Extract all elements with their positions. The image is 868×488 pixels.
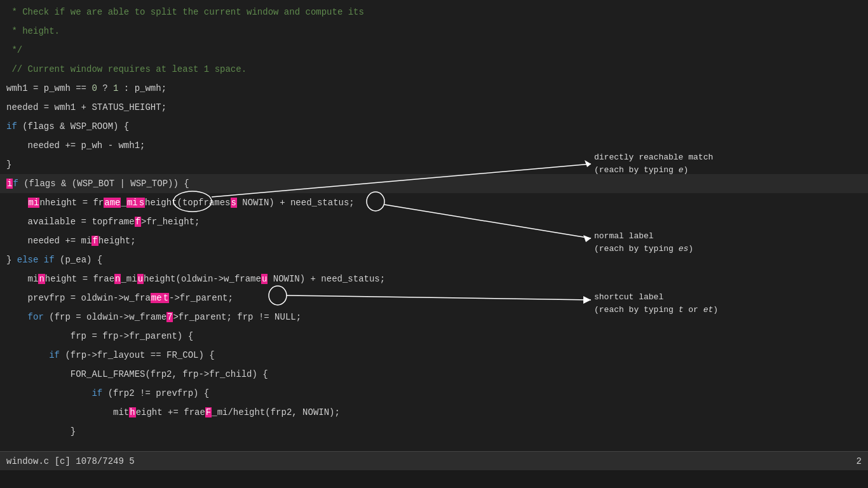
code-editor: * Check if we are able to split the curr… bbox=[0, 0, 868, 451]
code-line-14: } else if (p_ea) { bbox=[0, 250, 868, 269]
code-line-2: * height. bbox=[0, 22, 868, 41]
code-line-21: if (frp2 != prevfrp) { bbox=[0, 384, 868, 403]
code-line-12: available = topframef>fr_height; bbox=[0, 212, 868, 231]
code-line-15: minheight = fraen_miuheight(oldwin->w_fr… bbox=[0, 269, 868, 288]
code-line-13: needed += mifheight; bbox=[0, 231, 868, 250]
code-line-1: * Check if we are able to split the curr… bbox=[0, 3, 868, 22]
code-line-18: frp = frp->fr_parent) { bbox=[0, 327, 868, 346]
code-line-5: wmh1 = p_wmh == 0 ? 1 : p_wmh; bbox=[0, 79, 868, 98]
code-line-17: for (frp = oldwin->w_frame7>fr_parent; f… bbox=[0, 308, 868, 327]
status-modified bbox=[49, 456, 54, 466]
code-line-9: } bbox=[0, 155, 868, 174]
status-col-sep bbox=[124, 456, 129, 466]
status-line-col: 1078/7249 bbox=[76, 456, 124, 466]
code-line-11: minheight = frame_misheight(topframess N… bbox=[0, 193, 868, 212]
code-line-10: if (flags & (WSP_BOT | WSP_TOP)) { bbox=[0, 174, 868, 193]
annotation-directly-reachable: directly reachable match (reach by typin… bbox=[594, 151, 713, 176]
code-line-19: if (frp->fr_layout == FR_COL) { bbox=[0, 346, 868, 365]
status-right-num: 2 bbox=[857, 456, 862, 466]
status-modified-flag: [c] bbox=[55, 456, 71, 466]
status-position bbox=[71, 456, 76, 466]
code-line-8: needed += p_wh - wmh1; bbox=[0, 136, 868, 155]
annotation-shortcut-label: shortcut label (reach by typing t or et) bbox=[594, 291, 718, 316]
status-bar: window.c [c] 1078/7249 5 2 bbox=[0, 451, 868, 470]
code-line-20: FOR_ALL_FRAMES(frp2, frp->fr_child) { bbox=[0, 365, 868, 384]
code-line-6: needed = wmh1 + STATUS_HEIGHT; bbox=[0, 98, 868, 117]
bottom-bar bbox=[0, 470, 868, 488]
code-line-3: */ bbox=[0, 41, 868, 60]
code-line-7: if (flags & WSP_ROOM) { bbox=[0, 117, 868, 136]
code-line-22: mitheight += fraeF_mi/height(frp2, NOWIN… bbox=[0, 403, 868, 422]
code-line-23: } bbox=[0, 422, 868, 441]
annotation-normal-label: normal label (reach by typing es) bbox=[594, 230, 693, 255]
status-column: 5 bbox=[129, 456, 134, 466]
status-filename: window.c bbox=[6, 456, 49, 466]
code-line-4: // Current window requires at least 1 sp… bbox=[0, 60, 868, 79]
code-line-16: prevfrp = oldwin->w_framet->fr_parent; bbox=[0, 288, 868, 308]
